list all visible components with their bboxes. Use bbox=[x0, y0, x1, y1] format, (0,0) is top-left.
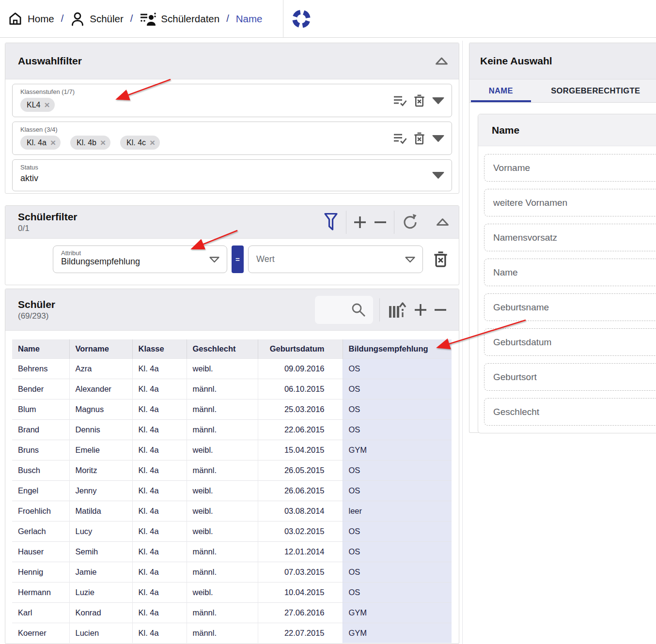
table-row[interactable]: HennigJamieKl. 4amännl.07.03.2015OS bbox=[12, 562, 452, 582]
remove-column-icon[interactable] bbox=[434, 303, 447, 317]
table-row[interactable]: BrandDennisKl. 4amännl.22.06.2015OS bbox=[12, 419, 452, 440]
table-cell: männl. bbox=[187, 623, 258, 643]
detail-field-input[interactable]: Name bbox=[484, 259, 656, 286]
table-cell: Semih bbox=[69, 541, 132, 562]
field-label: Geschlecht bbox=[493, 407, 539, 417]
attribut-dropdown[interactable]: Attribut Bildungsempfehlung bbox=[53, 245, 227, 273]
table-cell: OS bbox=[343, 562, 452, 582]
table-row[interactable]: BenderAlexanderKl. 4amännl.06.10.2015OS bbox=[12, 379, 452, 399]
clear-filter-trash-icon[interactable] bbox=[413, 131, 426, 146]
column-header-bildungsempfehlung[interactable]: Bildungsempfehlung bbox=[343, 339, 452, 358]
tab-name[interactable]: NAME bbox=[469, 79, 532, 102]
chip-remove-icon[interactable]: × bbox=[50, 138, 56, 147]
add-column-icon[interactable] bbox=[414, 303, 427, 317]
table-cell: Kl. 4a bbox=[132, 358, 187, 379]
table-row[interactable]: FroehlichMatildaKl. 4aweibl.03.08.2014le… bbox=[12, 501, 452, 521]
column-header-geburtsdatum[interactable]: Geburtsdatum bbox=[258, 339, 343, 358]
detail-field-input[interactable]: Geburtsdatum bbox=[484, 328, 656, 356]
table-cell: 10.04.2015 bbox=[258, 582, 343, 602]
expand-down-icon[interactable] bbox=[432, 97, 445, 105]
column-header-klasse[interactable]: Klasse bbox=[132, 339, 187, 358]
table-row[interactable]: KoernerLucienKl. 4amännl.22.07.2015GYM bbox=[12, 623, 452, 643]
wert-placeholder: Wert bbox=[256, 254, 275, 264]
detail-field-input[interactable]: Geburtsname bbox=[484, 293, 656, 321]
help-button[interactable] bbox=[291, 8, 312, 30]
delete-filter-row-icon[interactable] bbox=[432, 250, 449, 269]
remove-filter-icon[interactable] bbox=[374, 215, 387, 229]
table-row[interactable]: KarlKonradKl. 4amännl.27.06.2016GYM bbox=[12, 602, 452, 623]
filter-row-status[interactable]: Status aktiv bbox=[12, 159, 452, 191]
expand-down-icon[interactable] bbox=[432, 135, 445, 142]
table-cell: Emelie bbox=[69, 440, 132, 460]
operator-equals-button[interactable]: = bbox=[232, 245, 244, 273]
table-cell: 25.03.2016 bbox=[258, 399, 343, 419]
table-cell: 22.06.2015 bbox=[258, 419, 343, 440]
table-cell: Gerlach bbox=[12, 521, 69, 541]
table-row[interactable]: BrunsEmelieKl. 4aweibl.15.04.2015GYM bbox=[12, 440, 452, 460]
table-cell: OS bbox=[343, 521, 452, 541]
table-row[interactable]: EngelJennyKl. 4aweibl.26.06.2015OS bbox=[12, 480, 452, 501]
table-cell: Lucy bbox=[69, 521, 132, 541]
tab-sorgeberechtigte[interactable]: SORGEBERECHTIGTE bbox=[532, 79, 656, 102]
table-cell: Kl. 4a bbox=[132, 541, 187, 562]
collapse-up-icon[interactable] bbox=[436, 218, 449, 226]
column-header-geschlecht[interactable]: Geschlecht bbox=[187, 339, 258, 358]
filter-row-klassenstufen[interactable]: Klassenstufen (1/7) KL4× bbox=[12, 84, 452, 117]
lifebuoy-help-icon bbox=[291, 9, 312, 29]
detail-header: Keine Auswahl bbox=[469, 43, 656, 79]
topbar: Home / Schüler / Schülerdaten / Name bbox=[0, 0, 656, 38]
breadcrumb-current-name: Name bbox=[236, 13, 263, 25]
detail-field-input[interactable]: Geburtsort bbox=[484, 363, 656, 391]
field-label: weitere Vornamen bbox=[493, 198, 567, 208]
clear-filter-trash-icon[interactable] bbox=[413, 93, 426, 108]
chip-remove-icon[interactable]: × bbox=[100, 138, 106, 147]
chip-label: Kl. 4b bbox=[77, 138, 96, 147]
table-cell: Jamie bbox=[69, 562, 132, 582]
table-cell: OS bbox=[343, 582, 452, 602]
chip-remove-icon[interactable]: × bbox=[44, 100, 49, 109]
table-cell: 26.06.2015 bbox=[258, 480, 343, 501]
refresh-icon[interactable] bbox=[401, 213, 419, 231]
detail-title: Keine Auswahl bbox=[480, 55, 552, 67]
table-row[interactable]: BuschMoritzKl. 4amännl.26.05.2015OS bbox=[12, 460, 452, 480]
table-row[interactable]: GerlachLucyKl. 4aweibl.03.02.2015OS bbox=[12, 521, 452, 541]
table-row[interactable]: HauserSemihKl. 4amännl.12.01.2014OS bbox=[12, 541, 452, 562]
table-row[interactable]: HermannLuzieKl. 4aweibl.10.04.2015OS bbox=[12, 582, 452, 602]
select-all-icon[interactable] bbox=[393, 132, 407, 145]
person-icon bbox=[70, 11, 85, 27]
search-input[interactable] bbox=[315, 296, 373, 324]
detail-field-input[interactable]: Vorname bbox=[484, 154, 656, 182]
apply-filter-icon[interactable] bbox=[323, 212, 339, 232]
table-cell: 15.04.2015 bbox=[258, 440, 343, 460]
column-header-name[interactable]: Name bbox=[12, 339, 69, 358]
name-form-title: Name bbox=[492, 124, 519, 136]
toolbar-divider bbox=[379, 298, 380, 322]
panel-divider bbox=[462, 41, 463, 644]
breadcrumb-schueler[interactable]: Schüler bbox=[70, 11, 124, 27]
detail-fields: Vornameweitere VornamenNamensvorsatzName… bbox=[478, 146, 656, 426]
table-cell: GYM bbox=[343, 440, 452, 460]
table-row[interactable]: BlumMagnusKl. 4amännl.25.03.2016OS bbox=[12, 399, 452, 419]
add-filter-icon[interactable] bbox=[353, 215, 367, 229]
table-cell: Kl. 4a bbox=[132, 562, 187, 582]
table-cell: Froehlich bbox=[12, 501, 69, 521]
wert-dropdown[interactable]: Wert bbox=[248, 245, 423, 273]
column-header-vorname[interactable]: Vorname bbox=[69, 339, 132, 358]
breadcrumb-home[interactable]: Home bbox=[8, 11, 54, 26]
filter-row-klassen[interactable]: Klassen (3/4) Kl. 4a×Kl. 4b×Kl. 4c× bbox=[12, 122, 452, 155]
breadcrumb-separator: / bbox=[225, 13, 230, 24]
chip-remove-icon[interactable]: × bbox=[150, 138, 155, 147]
breadcrumb-schuelerdaten[interactable]: Schülerdaten bbox=[140, 11, 219, 27]
detail-field-input[interactable]: Geschlecht bbox=[484, 398, 656, 426]
table-cell: männl. bbox=[187, 460, 258, 480]
select-all-icon[interactable] bbox=[393, 94, 407, 107]
table-row[interactable]: BehrensAzraKl. 4aweibl.09.09.2016OS bbox=[12, 358, 452, 379]
filter-chip: Kl. 4c× bbox=[120, 136, 160, 150]
column-settings-icon[interactable] bbox=[386, 299, 407, 321]
collapse-up-icon[interactable] bbox=[435, 57, 448, 65]
table-cell: weibl. bbox=[187, 501, 258, 521]
detail-field-input[interactable]: Namensvorsatz bbox=[484, 224, 656, 251]
chip-list: KL4× bbox=[20, 98, 393, 112]
detail-field-input[interactable]: weitere Vornamen bbox=[484, 189, 656, 216]
expand-down-icon[interactable] bbox=[432, 171, 445, 179]
